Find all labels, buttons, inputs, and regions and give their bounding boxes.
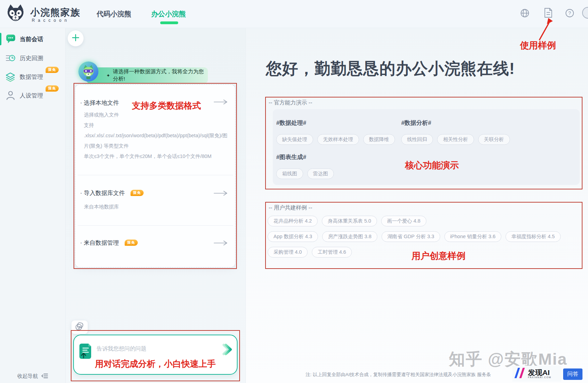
pill-flower-analysis[interactable]: 花卉品种分析 4.2 <box>268 216 318 226</box>
arrow-right-icon[interactable] <box>213 190 228 196</box>
sparkle-icon: ✦ <box>106 73 110 78</box>
persona-user-icon <box>6 91 15 102</box>
pill-missing-values[interactable]: 缺失值处理 <box>276 134 313 145</box>
brand-name: 小浣熊家族 <box>30 6 80 19</box>
official-section-title: -- 官方能力演示 -- <box>269 99 312 106</box>
data-processing-pills: 缺失值处理 无效样本处理 数据降维 <box>276 134 395 145</box>
divider <box>78 175 233 175</box>
pill-draw-heart[interactable]: 画一个爱心 4.8 <box>381 216 426 226</box>
free-badge: 限免 <box>131 190 144 196</box>
option-from-data-management[interactable]: · 来自数据管理 <box>80 239 119 247</box>
arrow-right-icon[interactable] <box>213 240 228 246</box>
sidebar-item-current-session[interactable]: 当前会话 <box>0 32 66 46</box>
free-badge: 限免 <box>125 240 138 246</box>
collapse-nav-label: 收起导航 <box>17 373 38 380</box>
sidebar-item-history[interactable]: 历史回溯 <box>0 51 66 65</box>
active-tab-underline <box>160 21 178 24</box>
pill-correlation[interactable]: 相关性分析 <box>437 134 474 145</box>
free-badge: 限免 <box>46 67 59 73</box>
option-import-database-desc: 来自本地数据库 <box>84 202 230 212</box>
pill-dimension-reduction[interactable]: 数据降维 <box>363 134 395 145</box>
annotation-data-formats: 支持多类数据格式 <box>132 100 201 111</box>
tab-code-raccoon[interactable]: 代码小浣熊 <box>97 9 131 19</box>
ai-disclaimer: 注: 以上回复全部由AI技术合成，复制传播需要遵守相关国家法律法规及小浣熊家族 … <box>306 372 491 378</box>
pill-app-data[interactable]: App 数据分析 4.3 <box>268 231 318 242</box>
tab-office-raccoon[interactable]: 办公小浣熊 <box>151 9 186 19</box>
qa-button[interactable]: 问答 <box>563 368 582 380</box>
sidebar-item-label: 当前会话 <box>20 35 43 43</box>
pill-happiness-index[interactable]: 幸福度指标分析 4.5 <box>505 231 561 242</box>
greeting-title: 您好，勤勤恳恳的办公小浣熊在线! <box>266 58 515 80</box>
examples-doc-icon[interactable] <box>543 7 554 18</box>
pill-invalid-samples[interactable]: 无效样本处理 <box>317 134 359 145</box>
pill-iphone-sales[interactable]: iPhone 销量分析 3.6 <box>444 231 501 242</box>
raccoon-logo-icon <box>6 3 26 24</box>
user-samples-row-2: App 数据分析 4.3 房产涨跌走势图 3.8 湖南省 GDP 分析 3.3 … <box>268 231 561 242</box>
help-icon[interactable]: ? <box>564 8 575 19</box>
red-arrow-icon <box>534 17 555 44</box>
new-session-button[interactable] <box>68 30 84 46</box>
send-chevron-icon[interactable] <box>221 343 233 357</box>
sidebar-item-label: 数据管理 <box>20 73 43 81</box>
persona-switch-button[interactable] <box>71 320 88 334</box>
chat-bubble-icon <box>6 34 16 45</box>
free-badge: 限免 <box>46 85 59 92</box>
divider <box>78 225 233 226</box>
arrow-right-icon[interactable] <box>213 99 228 105</box>
faxian-ai-logo-icon <box>512 368 526 380</box>
history-clock-icon <box>6 54 15 64</box>
user-section-title: -- 用户共建样例 -- <box>269 204 312 212</box>
option-local-file-desc: 选择或拖入文件 支持 .xlsx/.xls/.csv/.txt/json/wor… <box>84 110 230 161</box>
collapse-nav-icon <box>41 373 48 380</box>
user-samples-row-3: 采购管理 4.0 工时管理 4.6 <box>268 247 352 258</box>
pill-association[interactable]: 关联分析 <box>478 134 510 145</box>
chat-input[interactable] <box>97 346 211 352</box>
group-heading-data-analysis: #数据分析# <box>401 119 431 127</box>
pill-work-hours[interactable]: 工时管理 4.6 <box>312 247 352 258</box>
app-window: 小浣熊家族 Raccoon 代码小浣熊 办公小浣熊 ? 当 <box>0 0 588 383</box>
persona-masks-icon <box>75 323 85 332</box>
assistant-message-text: 请选择一种数据源方式，我将全力为您分析! <box>113 68 208 83</box>
faxian-ai-logo: 发现AI FAXIANAI.COM <box>512 366 561 382</box>
annotation-core-demo: 核心功能演示 <box>405 159 459 171</box>
collapse-nav-button[interactable]: 收起导航 <box>17 373 48 380</box>
plus-icon <box>72 34 79 43</box>
annotation-user-creative: 用户创意样例 <box>412 250 465 262</box>
group-heading-data-processing: #数据处理# <box>276 119 306 127</box>
pill-boxplot[interactable]: 箱线图 <box>276 168 303 179</box>
pill-height-weight[interactable]: 身高体重关系表 5.0 <box>322 216 377 226</box>
user-samples-row-1: 花卉品种分析 4.2 身高体重关系表 5.0 画一个爱心 4.8 <box>268 216 426 226</box>
option-local-file[interactable]: · 选择本地文件 <box>80 99 119 107</box>
faxian-ai-name: 发现AI <box>528 369 551 376</box>
assistant-raccoon-avatar <box>78 62 98 82</box>
data-layers-icon <box>6 72 15 83</box>
pill-linear-regression[interactable]: 线性回归 <box>401 134 433 145</box>
svg-text:?: ? <box>568 10 571 16</box>
faxian-ai-domain: FAXIANAI.COM <box>528 376 551 379</box>
pill-housing-trend[interactable]: 房产涨跌走势图 3.8 <box>322 231 377 242</box>
pill-radar[interactable]: 雷达图 <box>307 168 334 179</box>
pill-procurement[interactable]: 采购管理 4.0 <box>268 247 308 258</box>
pill-hunan-gdp[interactable]: 湖南省 GDP 分析 3.3 <box>382 231 440 242</box>
data-analysis-pills: 线性回归 相关性分析 关联分析 <box>401 134 510 145</box>
brand-latin: Raccoon <box>32 18 70 23</box>
sidebar-item-label: 人设管理 <box>20 92 43 100</box>
chart-generation-pills: 箱线图 雷达图 <box>276 168 334 179</box>
assistant-message-bubble: ✦ 请选择一种数据源方式，我将全力为您分析! <box>86 67 208 83</box>
option-import-database[interactable]: · 导入数据库文件 <box>80 189 125 197</box>
header-bar <box>0 0 588 28</box>
globe-icon[interactable] <box>519 8 530 19</box>
group-heading-chart-generation: #图表生成# <box>276 153 306 161</box>
sidebar-item-label: 历史回溯 <box>20 54 43 62</box>
annotation-dialog-tip: 用对话完成分析，小白快速上手 <box>78 358 233 370</box>
